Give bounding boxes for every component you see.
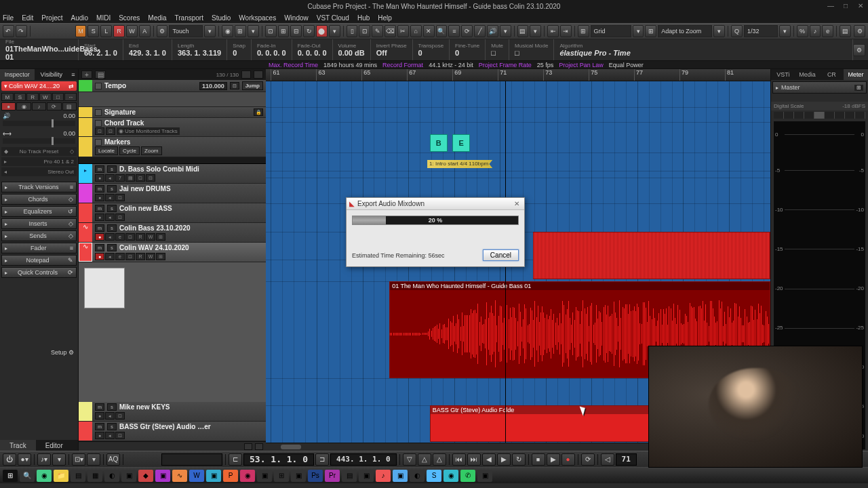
t-a[interactable]: e: [115, 233, 125, 241]
tp-aq-button[interactable]: AQ: [106, 453, 120, 466]
tracklist-expand-button[interactable]: [255, 443, 263, 450]
chord-btn2[interactable]: ⊡: [106, 127, 115, 135]
info-finetune-value[interactable]: 0: [455, 49, 479, 57]
menu-transport[interactable]: Transport: [175, 14, 203, 22]
quantize-combo[interactable]: 1/32: [744, 25, 778, 37]
draw-tool[interactable]: ✎: [372, 25, 383, 37]
track-bass-23-10[interactable]: ∿ msColin Bass 23.10.2020 ●◂e⊡RW⊞: [79, 223, 266, 243]
app-icon[interactable]: ▣: [121, 470, 136, 482]
nudge-left[interactable]: ⇤: [547, 25, 559, 37]
app-icon[interactable]: ▦: [87, 470, 102, 482]
tp-punch-in-button[interactable]: ⊡▾: [72, 453, 85, 466]
section-trackversions[interactable]: ▸Track Versions≡: [1, 182, 77, 192]
e1-button[interactable]: %: [797, 25, 808, 37]
chord-event-e[interactable]: E: [452, 134, 470, 152]
tool-b-button[interactable]: ⊞: [235, 25, 246, 37]
track-chord[interactable]: Chord Track ⊡ ⊡ ◉ Use Monitored Tracks: [79, 118, 266, 137]
app-icon[interactable]: ▣: [291, 470, 306, 482]
t-mon[interactable]: ◂: [105, 253, 115, 260]
undo-button[interactable]: ↶: [3, 25, 14, 37]
marker-display[interactable]: [161, 453, 222, 466]
solo-btn[interactable]: s: [107, 403, 117, 411]
chord-monitor-select[interactable]: ◉ Use Monitored Tracks: [117, 127, 180, 135]
vsti-icon[interactable]: ▸: [81, 165, 90, 175]
panel-button[interactable]: ▤: [840, 25, 851, 37]
powerpoint-icon[interactable]: P: [223, 470, 238, 482]
insp-mute-button[interactable]: M: [1, 93, 14, 101]
t-a[interactable]: ⊡: [115, 194, 125, 201]
section-quickcontrols[interactable]: ▸Quick Controls⟳: [1, 267, 77, 278]
solo-btn[interactable]: s: [107, 205, 117, 212]
insp-z-button[interactable]: ▤: [62, 102, 77, 110]
insp-x-button[interactable]: ♪: [32, 102, 46, 110]
drop-zone[interactable]: [84, 268, 125, 308]
tempo-value[interactable]: 110.000: [199, 82, 227, 90]
app-icon[interactable]: ◐: [104, 470, 119, 482]
glue-tool[interactable]: ⌂: [410, 25, 422, 37]
tp-cycle-button[interactable]: ↻: [512, 453, 526, 466]
t-rec[interactable]: ●: [95, 174, 104, 182]
app-icon[interactable]: ◐: [410, 470, 425, 482]
tp-locleft-button[interactable]: ⊏: [229, 453, 242, 466]
itunes-icon[interactable]: ♪: [376, 470, 391, 482]
preset-selector[interactable]: ◆No Track Preset◇: [1, 147, 77, 156]
t-d[interactable]: W: [146, 253, 155, 260]
color-menu[interactable]: ▾: [530, 25, 541, 37]
t-rec[interactable]: ●: [95, 233, 104, 241]
vol-slider[interactable]: [3, 121, 75, 126]
explorer-icon[interactable]: 📁: [54, 470, 68, 482]
secondary-time-display[interactable]: 443. 1. 1. 0: [330, 453, 396, 466]
t-d[interactable]: ⊟: [146, 174, 155, 182]
insp-record-button[interactable]: ●: [1, 102, 16, 110]
insp-y-button[interactable]: ⟳: [47, 102, 61, 110]
punch-button[interactable]: ⬤: [316, 25, 328, 37]
app-icon[interactable]: ▤: [342, 470, 357, 482]
primary-time-display[interactable]: 53. 1. 1. 0: [243, 453, 314, 466]
t-mon[interactable]: ◂: [105, 233, 115, 241]
tp-locright-button[interactable]: ⊐: [315, 453, 329, 466]
scale-bar[interactable]: [774, 112, 865, 119]
info-algo-value[interactable]: élastique Pro - Time: [559, 49, 847, 57]
info-length-value[interactable]: 363. 1. 3.119: [178, 49, 221, 57]
mute-btn[interactable]: m: [95, 244, 104, 251]
track-markers[interactable]: Markers Locate Cycle Zoom: [79, 137, 266, 157]
tp-go-end-button[interactable]: ⏭: [467, 453, 481, 466]
tp-constrain-button[interactable]: ●▾: [18, 453, 31, 466]
app-icon[interactable]: ⊞: [274, 470, 289, 482]
mute-tool[interactable]: ✕: [423, 25, 435, 37]
insp-write-button[interactable]: W: [39, 93, 52, 101]
menu-vstcloud[interactable]: VST Cloud: [317, 14, 349, 22]
app-icon[interactable]: ▣: [257, 470, 272, 482]
insp-lane-button[interactable]: ↔: [64, 93, 77, 101]
master-selector[interactable]: ▸ Master ⊞: [772, 81, 867, 94]
t-e[interactable]: ⊞: [156, 233, 165, 241]
comp-tool[interactable]: ≡: [448, 25, 460, 37]
solo-btn[interactable]: s: [107, 224, 117, 232]
t-rec[interactable]: ●: [95, 253, 104, 260]
menu-edit[interactable]: Edit: [22, 14, 33, 22]
track-tempo[interactable]: Tempo 110.000 ⊡ Jump: [79, 80, 266, 92]
tab-track[interactable]: Track: [0, 440, 36, 451]
line-tool[interactable]: ╱: [474, 25, 486, 37]
cancel-button[interactable]: Cancel: [483, 249, 519, 261]
section-sends[interactable]: ▸Sends◇: [1, 230, 77, 241]
tempo-display[interactable]: 71: [616, 453, 637, 466]
tp-stop-button[interactable]: ■: [532, 453, 545, 466]
mute-btn[interactable]: m: [95, 165, 104, 173]
write-button[interactable]: W: [126, 25, 138, 37]
t-b[interactable]: ⊡: [125, 233, 135, 241]
insp-read-button[interactable]: R: [26, 93, 39, 101]
chord-btn1[interactable]: ⊡: [95, 127, 104, 135]
snap-toggle[interactable]: ⊞: [578, 25, 589, 37]
close-button[interactable]: ✕: [856, 2, 865, 10]
zoom-tool[interactable]: 🔍: [436, 25, 448, 37]
t-rec[interactable]: ●: [95, 194, 104, 201]
marker-event[interactable]: 1: Intro start 4/4 110bpm: [427, 160, 492, 168]
input-routing[interactable]: ▸Pro 40 1 & 2: [1, 157, 77, 166]
t-b[interactable]: ▤: [125, 174, 135, 182]
info-gear-icon[interactable]: ⚙: [853, 44, 865, 56]
quantize-icon[interactable]: Q: [731, 25, 743, 37]
info-fadein-value[interactable]: 0. 0. 0. 0: [257, 49, 286, 57]
info-musical-value[interactable]: □: [515, 49, 548, 57]
scale-value[interactable]: -18 dBFS: [842, 103, 865, 109]
